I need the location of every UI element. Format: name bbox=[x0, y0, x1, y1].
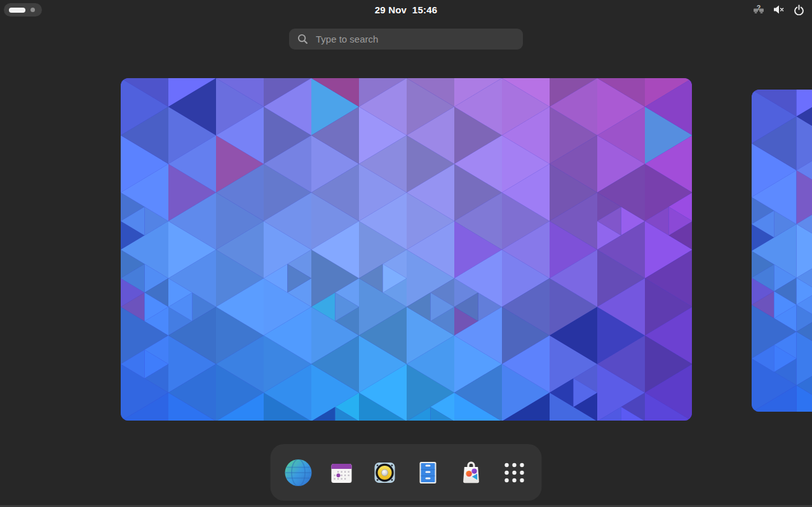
inactive-workspace-dot bbox=[30, 8, 35, 12]
workspace-indicator[interactable] bbox=[4, 3, 42, 17]
workspace-thumbnail-1[interactable] bbox=[121, 78, 692, 421]
wallpaper-triangles bbox=[121, 78, 692, 421]
search-input[interactable] bbox=[315, 33, 514, 45]
app-grid-icon[interactable] bbox=[499, 457, 529, 488]
search-icon bbox=[297, 34, 308, 44]
dock bbox=[271, 444, 542, 501]
svg-text:?: ? bbox=[757, 4, 761, 11]
volume-muted-icon[interactable] bbox=[773, 4, 785, 15]
web-browser-icon[interactable] bbox=[283, 457, 313, 488]
workspace-thumbnail-2[interactable] bbox=[752, 90, 812, 412]
top-bar: 29 Nov 15:46 ? bbox=[0, 0, 812, 19]
software-icon[interactable] bbox=[456, 457, 486, 488]
wallpaper-triangles bbox=[752, 90, 812, 412]
active-workspace-pill bbox=[9, 8, 25, 13]
network-unknown-icon[interactable]: ? bbox=[753, 4, 764, 15]
search-bar bbox=[289, 29, 523, 50]
power-icon[interactable] bbox=[794, 4, 804, 15]
system-status-area: ? bbox=[753, 0, 804, 19]
files-icon[interactable] bbox=[412, 457, 443, 488]
music-player-icon[interactable] bbox=[369, 457, 400, 488]
calendar-icon[interactable] bbox=[326, 457, 356, 488]
clock[interactable]: 29 Nov 15:46 bbox=[375, 0, 438, 19]
